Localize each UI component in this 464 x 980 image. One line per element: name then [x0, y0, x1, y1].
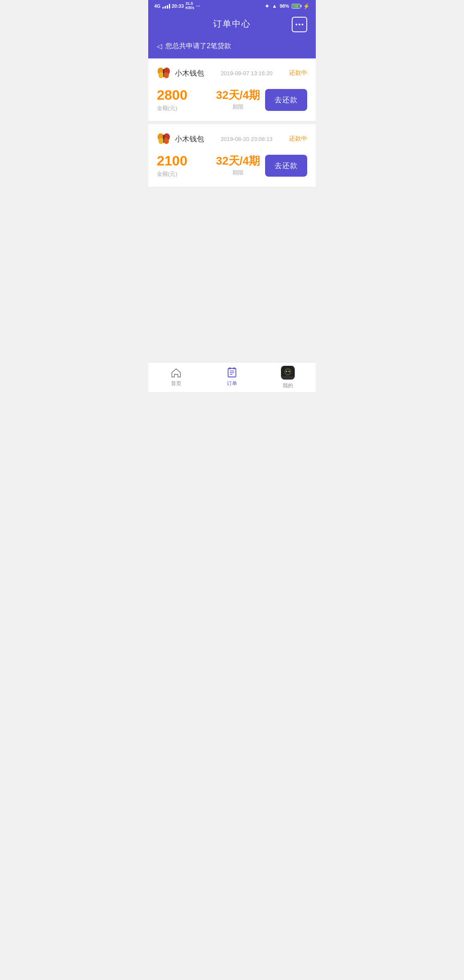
tab-home[interactable]: 首页	[148, 362, 204, 392]
wifi-icon: ▲	[272, 3, 277, 9]
brand-1: 小木钱包	[157, 66, 204, 80]
loan-card-2: 小木钱包 2019-08-20 23:08:13 还款中 2100 金额(元) …	[148, 124, 316, 187]
charging-icon: ⚡	[303, 3, 310, 9]
period-label-1: 期限	[211, 103, 265, 111]
order-icon	[226, 367, 238, 378]
status-left: 4G 20:33 31.5KB/s ···	[154, 2, 200, 10]
signal-bars	[162, 3, 170, 9]
amount-label-1: 金额(元)	[157, 104, 211, 112]
card-body-1: 2800 金额(元) 32天/4期 期限 去还款	[157, 88, 307, 112]
tab-home-label: 首页	[171, 380, 181, 387]
svg-rect-17	[233, 368, 235, 369]
card-period-1: 32天/4期 期限	[211, 89, 265, 111]
status-right: ✦ ▲ 98% ⚡	[265, 3, 310, 9]
tab-bar: 首页 订单 我的	[148, 362, 316, 392]
profile-icon	[280, 365, 296, 380]
brand-name-2: 小木钱包	[175, 134, 204, 144]
period-label-2: 期限	[211, 169, 265, 177]
tab-profile-label: 我的	[283, 382, 293, 389]
status-bar: 4G 20:33 31.5KB/s ··· ✦ ▲ 98% ⚡	[148, 0, 316, 12]
dots-label: ···	[196, 3, 200, 9]
repay-button-1[interactable]: 去还款	[265, 89, 307, 111]
chat-icon	[296, 24, 303, 25]
card-amount-1: 2800 金额(元)	[157, 88, 211, 112]
header: 订单中心	[148, 12, 316, 37]
card-date-1: 2019-09-07 13:16:20	[221, 70, 273, 77]
repay-button-2[interactable]: 去还款	[265, 155, 307, 177]
period-value-1: 32天/4期	[211, 89, 265, 101]
brand-2: 小木钱包	[157, 132, 204, 146]
svg-point-20	[285, 369, 290, 374]
svg-rect-16	[229, 368, 231, 369]
card-action-2: 去还款	[265, 155, 307, 177]
card-header-2: 小木钱包 2019-08-20 23:08:13 还款中	[157, 132, 307, 146]
card-status-2: 还款中	[289, 135, 307, 143]
amount-value-1: 2800	[157, 88, 211, 103]
svg-rect-25	[282, 376, 294, 379]
tab-orders-label: 订单	[227, 380, 237, 387]
notice-text: 您总共申请了2笔贷款	[165, 42, 231, 51]
svg-point-5	[163, 69, 165, 71]
home-icon	[171, 367, 182, 378]
time-label: 20:33	[172, 3, 184, 9]
card-action-1: 去还款	[265, 89, 307, 111]
svg-point-23	[286, 371, 287, 372]
tab-profile[interactable]: 我的	[260, 362, 316, 392]
chat-button[interactable]	[292, 17, 307, 32]
battery-percent: 98%	[280, 3, 289, 9]
notice-bar: ◁ 您总共申请了2笔贷款	[148, 37, 316, 58]
card-period-2: 32天/4期 期限	[211, 155, 265, 177]
network-label: 4G	[154, 3, 161, 9]
period-value-2: 32天/4期	[211, 155, 265, 167]
card-amount-2: 2100 金额(元)	[157, 153, 211, 178]
tab-orders[interactable]: 订单	[204, 362, 260, 392]
brand-logo-2	[157, 132, 171, 146]
page-title: 订单中心	[213, 18, 251, 30]
brand-logo-1	[157, 66, 171, 80]
bluetooth-icon: ✦	[265, 3, 269, 9]
empty-area	[148, 190, 316, 362]
card-body-2: 2100 金额(元) 32天/4期 期限 去还款	[157, 153, 307, 178]
battery-indicator	[292, 4, 300, 9]
svg-point-11	[163, 135, 165, 137]
amount-value-2: 2100	[157, 153, 211, 168]
brand-name-1: 小木钱包	[175, 68, 204, 78]
loan-card-1: 小木钱包 2019-09-07 13:16:20 还款中 2800 金额(元) …	[148, 58, 316, 121]
amount-label-2: 金额(元)	[157, 170, 211, 178]
speed-label: 31.5KB/s	[186, 2, 195, 10]
card-date-2: 2019-08-20 23:08:13	[221, 136, 273, 142]
notice-icon: ◁	[157, 42, 162, 50]
card-status-1: 还款中	[289, 69, 307, 77]
card-header-1: 小木钱包 2019-09-07 13:16:20 还款中	[157, 66, 307, 80]
content-area: 小木钱包 2019-09-07 13:16:20 还款中 2800 金额(元) …	[148, 58, 316, 362]
svg-point-24	[289, 371, 290, 372]
